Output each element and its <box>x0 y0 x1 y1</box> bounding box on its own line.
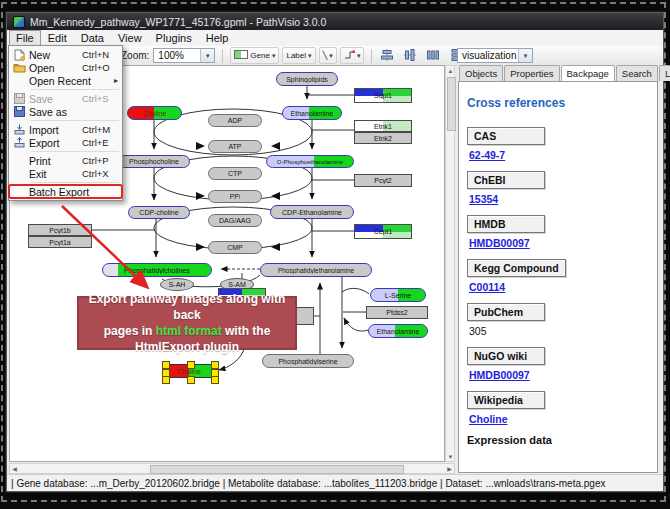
pathway-node-sgpl1[interactable]: Sgpl1 <box>354 88 412 103</box>
pathway-node-ethanolamine-bottom[interactable]: Ethanolamine <box>368 324 428 338</box>
file-menu-item-export[interactable]: ExportCtrl+E <box>9 136 122 149</box>
window-title: Mm_Kennedy_pathway_WP1771_45176.gpml - P… <box>30 16 326 28</box>
chevron-down-icon: ▾ <box>272 52 276 60</box>
menubar-item-plugins[interactable]: Plugins <box>149 30 199 46</box>
tool-Gene-button[interactable]: Gene▾ <box>230 47 279 64</box>
file-menu-item-save-as[interactable]: Save as <box>9 105 122 118</box>
file-menu-item-batch-export[interactable]: Batch Export <box>9 185 122 198</box>
window-titlebar[interactable]: Mm_Kennedy_pathway_WP1771_45176.gpml - P… <box>7 13 663 30</box>
tab-properties[interactable]: Properties <box>504 65 559 81</box>
xref-value[interactable]: Choline <box>469 413 508 425</box>
menubar-item-edit[interactable]: Edit <box>41 30 74 46</box>
new-document-icon <box>9 49 29 61</box>
selection-handle[interactable] <box>162 361 170 369</box>
menu-item-shortcut: Ctrl+E <box>82 137 122 148</box>
pathway-node-phosphatidylserine[interactable]: Phosphatidylserine <box>262 354 354 368</box>
menubar-item-help[interactable]: Help <box>199 30 236 46</box>
canvas-vertical-scrollbar[interactable]: ▲ ▼ <box>445 65 455 462</box>
selection-handle[interactable] <box>187 361 195 369</box>
pathway-node-phosphatidylcholines[interactable]: Phosphatidylcholines <box>102 263 212 277</box>
chevron-down-icon[interactable]: ▾ <box>200 49 214 62</box>
pathway-node-dag-aag[interactable]: DAG/AAG <box>208 214 262 227</box>
callout-line-1: Export pathway images along with back <box>79 291 295 323</box>
align-center-vertical-button[interactable] <box>402 48 418 63</box>
tab-objects[interactable]: Objects <box>459 65 503 81</box>
file-menu-item-save[interactable]: SaveCtrl+S <box>9 92 122 105</box>
scroll-right-icon[interactable]: ▶ <box>445 464 454 473</box>
selection-handle[interactable] <box>211 361 219 369</box>
chevron-down-icon[interactable]: ▾ <box>518 49 532 62</box>
xref-value[interactable]: 15354 <box>469 193 498 205</box>
pathway-node-ethanolamine-top[interactable]: Ethanolamine <box>282 106 342 120</box>
pathway-node-cmp[interactable]: CMP <box>208 241 262 254</box>
tab-search[interactable]: Search <box>616 65 658 81</box>
xref-value[interactable]: HMDB00097 <box>469 369 530 381</box>
file-menu: NewCtrl+NOpenCtrl+OOpen Recent▸SaveCtrl+… <box>8 45 123 201</box>
export-icon <box>9 137 29 148</box>
pathway-node-cept1[interactable]: Cept1 <box>354 224 412 239</box>
xref-value[interactable]: HMDB00097 <box>469 237 530 249</box>
pathway-node-choline-selected[interactable]: Choline <box>165 364 213 378</box>
pathway-node-phosphatidylethanolamine[interactable]: Phosphatidylethanolamine <box>260 263 372 277</box>
pathway-node-ptdss2[interactable]: Ptdss2 <box>366 306 428 319</box>
visualization-combobox[interactable]: visualization ▾ <box>457 48 533 63</box>
menu-separator <box>31 89 119 90</box>
pathway-node-sphingolipids[interactable]: Sphingolipids <box>276 72 338 86</box>
backpage-panel: Cross references CAS62-49-7ChEBI15354HMD… <box>458 81 658 473</box>
tab-backpage[interactable]: Backpage <box>561 65 615 81</box>
pathway-node-o-phosphoethanolamine[interactable]: O-Phosphoethanolamine <box>266 155 354 168</box>
pathway-node-adp[interactable]: ADP <box>208 114 262 127</box>
pathway-node-ppi[interactable]: PPi <box>208 190 262 203</box>
xref-value[interactable]: C00114 <box>469 281 505 293</box>
pathway-node-sah[interactable]: S-AH <box>160 278 194 291</box>
file-menu-item-import[interactable]: ImportCtrl+M <box>9 123 122 136</box>
pathway-node-ctp[interactable]: CTP <box>208 167 262 180</box>
selection-handle[interactable] <box>211 376 219 384</box>
pathway-node-cdp-ethanolamine[interactable]: CDP-Ethanolamine <box>270 205 354 219</box>
menu-item-shortcut: Ctrl+P <box>82 155 122 166</box>
xref-value[interactable]: 62-49-7 <box>469 149 505 161</box>
file-menu-item-print[interactable]: PrintCtrl+P <box>9 154 122 167</box>
pathway-node-cdp-choline[interactable]: CDP-choline <box>128 206 190 219</box>
save-as-icon <box>9 106 29 117</box>
selection-handle[interactable] <box>162 376 170 384</box>
scroll-left-icon[interactable]: ◀ <box>10 464 19 473</box>
scroll-up-icon[interactable]: ▲ <box>446 66 455 75</box>
pathway-node-etnk1[interactable]: Etnk1 <box>354 120 412 132</box>
menubar-item-view[interactable]: View <box>111 30 149 46</box>
menubar-item-file[interactable]: File <box>9 30 41 46</box>
align-center-horizontal-button[interactable] <box>379 48 395 63</box>
tool-line-button[interactable]: ╲▾ <box>319 47 337 64</box>
menu-item-label: Export <box>29 137 82 149</box>
vertical-scroll-thumb[interactable] <box>447 77 456 131</box>
selection-handle[interactable] <box>187 376 195 384</box>
toolbar-separator <box>371 49 372 63</box>
file-menu-item-new[interactable]: NewCtrl+N <box>9 48 122 61</box>
canvas-horizontal-scrollbar[interactable]: ◀ ▶ <box>9 463 455 474</box>
pathway-node-atp[interactable]: ATP <box>208 140 262 153</box>
tool-Label-button[interactable]: Label▾ <box>282 47 315 64</box>
file-menu-item-open[interactable]: OpenCtrl+O <box>9 61 122 74</box>
node-label: Sphingolipids <box>286 76 328 83</box>
file-menu-item-exit[interactable]: ExitCtrl+X <box>9 167 122 180</box>
horizontal-scroll-thumb[interactable] <box>150 465 404 474</box>
tool-connector-button[interactable]: ▾ <box>340 47 365 64</box>
import-icon <box>9 124 29 135</box>
pathway-node-choline-top[interactable]: Choline <box>127 106 182 120</box>
menubar-item-data[interactable]: Data <box>74 30 111 46</box>
menu-item-shortcut: Ctrl+M <box>82 124 122 135</box>
menu-separator <box>31 151 119 152</box>
callout-line-2: pages in html format with the <box>79 323 295 339</box>
file-menu-item-open-recent[interactable]: Open Recent▸ <box>9 74 122 87</box>
pathway-node-l-serine[interactable]: L-Serine <box>370 288 426 302</box>
pathway-node-phosphocholine[interactable]: Phosphocholine <box>118 155 190 168</box>
tab-legend[interactable]: Legend <box>659 65 670 81</box>
pathway-node-pcyt1b[interactable]: Pcyt1b <box>28 224 92 236</box>
distribute-horizontal-button[interactable] <box>425 48 441 63</box>
pathway-node-pcyt2[interactable]: Pcyt2 <box>354 174 412 187</box>
pathway-node-pcyt1a[interactable]: Pcyt1a <box>28 236 92 248</box>
pathway-node-etnk2[interactable]: Etnk2 <box>354 132 412 144</box>
zoom-combobox[interactable]: 100% ▾ <box>153 48 215 63</box>
node-label: Cept1 <box>374 228 393 235</box>
scroll-down-icon[interactable]: ▼ <box>446 452 455 461</box>
